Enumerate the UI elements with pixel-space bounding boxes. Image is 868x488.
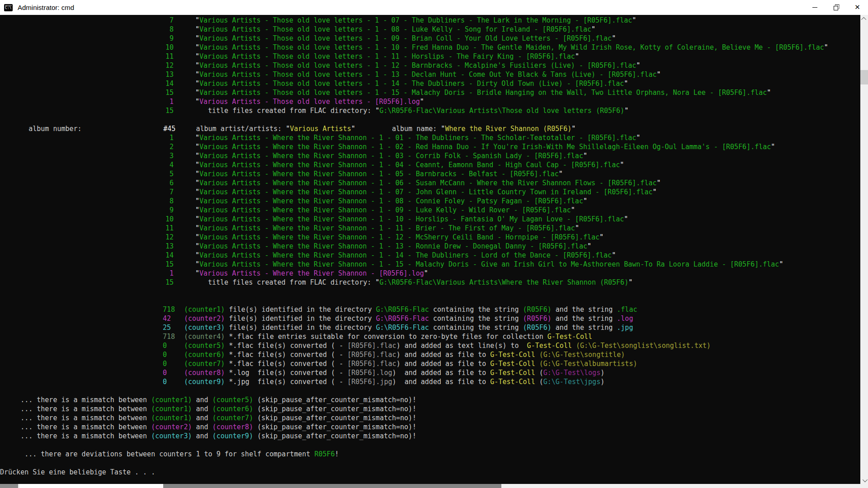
text-segment: " (632, 16, 636, 25)
text-segment: G-Test-Coll (490, 350, 535, 359)
text-segment: (skip_pause_after_counter_mismatch=no)! (253, 413, 416, 422)
text-segment: " (420, 97, 424, 106)
minimize-button[interactable] (804, 0, 826, 15)
text-segment: " (583, 197, 587, 206)
text-segment: (counter4) (184, 332, 225, 341)
text-segment: " (195, 151, 199, 160)
counter-line: 718(counter4) *.flac file entries suitab… (0, 332, 860, 341)
vertical-scrollbar-thumb[interactable] (860, 70, 868, 84)
prompt-line: Drücken Sie eine beliebige Taste . . . (0, 468, 860, 477)
text-segment: G-Test-Coll (547, 332, 592, 341)
text-segment: Various Artists (290, 124, 351, 133)
text-segment: G-Test-Coll (527, 341, 572, 350)
text-segment: " (571, 124, 576, 133)
line-number: 718 (163, 332, 184, 341)
text-segment: title files created from FLAC directory: (208, 106, 375, 115)
text-segment: Various Artists - Where the River Shanno… (199, 215, 624, 224)
text-segment: Various Artists - Where the River Shanno… (199, 206, 571, 215)
text-segment: Various Artists - Those old love letters… (199, 52, 575, 61)
text-segment: Various Artists - Those old love letters… (199, 61, 636, 70)
text-segment: (counter3) (184, 323, 225, 332)
text-segment: *.flac file(s) converted ( - (225, 359, 347, 368)
line-number: 7 (0, 16, 174, 25)
line-number: 1 (0, 133, 174, 142)
text-segment: ( (535, 368, 543, 377)
horizontal-scrollbar-thumb[interactable] (19, 484, 163, 488)
horizontal-scrollbar[interactable] (0, 484, 860, 488)
text-segment: " (771, 142, 775, 151)
horizontal-scrollbar-left-segment (0, 484, 18, 488)
text-segment: " (628, 278, 632, 287)
blank-line (0, 386, 860, 395)
track-line: 14"Various Artists - Those old love lett… (0, 79, 860, 88)
text-segment: (counter9) (212, 432, 253, 441)
close-button[interactable]: ✕ (847, 0, 868, 15)
text-segment: " (195, 79, 199, 88)
text-segment: (counter1) (151, 404, 192, 413)
text-segment: ! (335, 450, 339, 459)
restore-button[interactable] (826, 0, 847, 15)
text-segment: file(s) identified in the directory (225, 314, 376, 323)
column-gap (174, 142, 195, 151)
text-segment: Various Artists - Where the River Shanno… (199, 251, 612, 260)
track-line: 5"Various Artists - Where the River Shan… (0, 169, 860, 178)
text-segment: (counter5) (212, 395, 253, 404)
text-segment: " (195, 260, 199, 269)
track-line: 8"Various Artists - Where the River Shan… (0, 197, 860, 206)
text-segment: *.log file(s) converted ( - (225, 368, 347, 377)
line-number: 42 (163, 314, 184, 323)
column-gap (174, 34, 195, 43)
scroll-down-button[interactable] (860, 476, 868, 484)
text-segment: " (195, 269, 199, 278)
line-number: 10 (0, 215, 174, 224)
line-number: 0 (163, 368, 184, 377)
text-segment: G:\R05F6-Flac (376, 305, 429, 314)
text-segment: " (636, 133, 640, 142)
text-segment: Where the River Shannon (R05F6) (445, 124, 571, 133)
text-segment: ) and added as file to (396, 359, 491, 368)
text-segment: G:\G-Test\logs (543, 368, 600, 377)
text-segment: Various Artists - Those old love letters… (199, 16, 632, 25)
text-segment: Various Artists - Where the River Shanno… (199, 160, 620, 169)
text-segment: and (192, 422, 212, 432)
line-number: 10 (0, 43, 174, 52)
counter-line: 25(counter3) file(s) identified in the d… (0, 323, 860, 332)
text-segment: " (286, 124, 290, 133)
column-gap (174, 197, 195, 206)
line-number: 3 (0, 151, 174, 160)
chevron-down-icon (862, 477, 867, 482)
text-segment: Various Artists - Those old love letters… (199, 97, 420, 106)
text-segment: and (192, 395, 212, 404)
track-line: 6"Various Artists - Where the River Shan… (0, 178, 860, 188)
column-gap (174, 97, 195, 106)
counter-line: 42(counter2) file(s) identified in the d… (0, 314, 860, 323)
column-gap (174, 16, 195, 25)
text-segment: Various Artists - Those old love letters… (199, 43, 824, 52)
text-segment: and (192, 432, 212, 441)
text-segment: containing the string (429, 305, 523, 314)
text-segment: " (195, 206, 199, 215)
column-gap (174, 151, 195, 160)
vertical-scrollbar[interactable] (860, 15, 868, 484)
text-segment: G-Test-Coll (490, 377, 535, 386)
counter-line: 0(counter9) *.jpg file(s) converted ( - … (0, 377, 860, 386)
text-segment: " (575, 52, 579, 61)
text-segment: (counter3) (151, 432, 192, 441)
scrollbar-corner (860, 484, 868, 488)
text-segment: (counter7) (212, 413, 253, 422)
text-segment: (G:\G-Test\albumartists) (539, 359, 637, 368)
line-number: 1 (0, 269, 174, 278)
text-segment: ... there is a mismatch between (0, 413, 151, 422)
text-segment: " (195, 70, 199, 79)
scroll-up-button[interactable] (860, 15, 868, 23)
line-number: 13 (0, 242, 174, 251)
column-gap (174, 215, 195, 224)
track-line: 10"Various Artists - Those old love lett… (0, 43, 860, 52)
line-number: 7 (0, 188, 174, 197)
text-segment: " (612, 251, 616, 260)
blank-line (0, 115, 860, 124)
track-line: 1"Various Artists - Where the River Shan… (0, 133, 860, 142)
line-number: 8 (0, 25, 174, 34)
line-number: 15 (0, 88, 174, 97)
column-gap (174, 25, 195, 34)
